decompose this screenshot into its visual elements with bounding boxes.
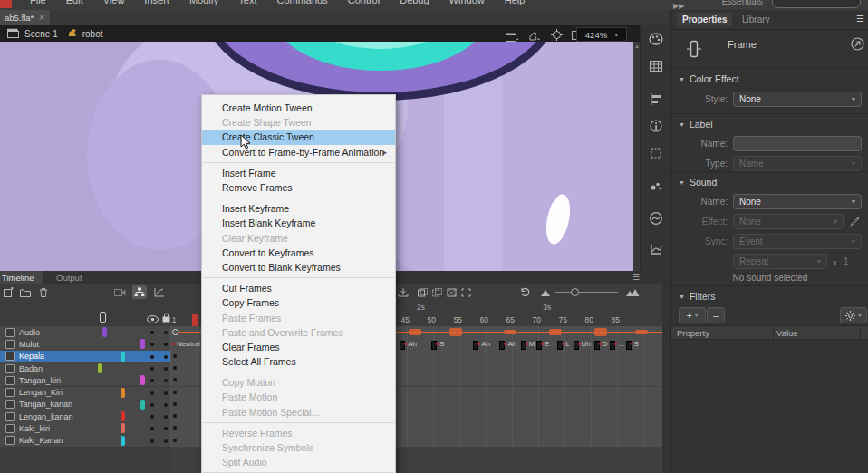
menu-item[interactable]: Insert Blank Keyframe bbox=[202, 216, 395, 230]
lock-column-icon[interactable] bbox=[162, 310, 170, 326]
menu-item[interactable]: Paste Motion bbox=[202, 390, 395, 404]
playhead[interactable] bbox=[192, 314, 198, 326]
lock-dot[interactable] bbox=[164, 331, 168, 334]
timeline-zoom-slider-track[interactable] bbox=[555, 292, 618, 293]
visibility-dot[interactable] bbox=[150, 331, 154, 334]
menubar-item-text[interactable]: Text bbox=[228, 0, 266, 5]
creative-cloud-panel-icon[interactable] bbox=[641, 205, 671, 232]
delete-layer-icon[interactable] bbox=[36, 285, 51, 299]
section-sound[interactable]: ▼Sound bbox=[679, 177, 717, 188]
document-tab[interactable]: ab5.fla* × bbox=[0, 10, 50, 25]
menubar-item-file[interactable]: File bbox=[20, 0, 56, 5]
stage-zoom-select[interactable]: 424% ▾ bbox=[576, 27, 627, 42]
new-folder-icon[interactable] bbox=[18, 285, 33, 299]
menu-item[interactable]: Convert to Blank Keyframes bbox=[202, 260, 395, 275]
onion-skin-outline-icon[interactable] bbox=[429, 285, 444, 299]
lock-dot[interactable] bbox=[164, 343, 168, 346]
menu-item[interactable]: Clear Frames bbox=[202, 340, 395, 354]
layer-row-mulut[interactable]: Mulut bbox=[0, 338, 170, 351]
visibility-column-eye-icon[interactable] bbox=[147, 311, 159, 327]
tab-timeline[interactable]: Timeline bbox=[0, 271, 43, 284]
menu-item[interactable]: Convert to Keyframes bbox=[202, 246, 395, 260]
transform-panel-icon[interactable] bbox=[641, 140, 671, 167]
layer-row-audio[interactable]: Audio bbox=[0, 326, 170, 339]
properties-panel-menu-icon[interactable]: ☰ bbox=[856, 14, 864, 24]
parent-mark[interactable] bbox=[140, 339, 145, 349]
menu-item[interactable]: Remove Frames bbox=[202, 180, 395, 195]
zoom-in-frames-icon[interactable] bbox=[625, 285, 640, 299]
collapse-panels-icon[interactable]: ▶▶ bbox=[673, 2, 684, 10]
menubar-item-commands[interactable]: Commands bbox=[266, 0, 337, 5]
menu-item[interactable]: Select All Frames bbox=[202, 354, 395, 369]
search-input[interactable] bbox=[772, 0, 861, 8]
help-link-icon[interactable] bbox=[851, 37, 864, 54]
remove-filter-button[interactable]: – bbox=[707, 307, 725, 323]
camera-icon[interactable] bbox=[112, 285, 127, 299]
menu-item[interactable]: Insert Frame bbox=[202, 166, 395, 180]
close-icon[interactable]: × bbox=[39, 14, 44, 23]
label-name-input[interactable] bbox=[733, 136, 862, 151]
visibility-dot[interactable] bbox=[150, 427, 154, 430]
menu-item[interactable]: Split Audio bbox=[202, 455, 395, 469]
menu-item[interactable]: Convert to Frame-by-Frame Animation▸ bbox=[202, 145, 395, 159]
section-filters[interactable]: ▼Filters bbox=[679, 291, 716, 302]
menu-item[interactable]: Clear Keyframe bbox=[202, 231, 395, 246]
tab-output[interactable]: Output bbox=[47, 271, 92, 284]
visibility-dot[interactable] bbox=[150, 379, 154, 382]
publish-frames-icon[interactable] bbox=[396, 285, 410, 299]
brush-library-panel-icon[interactable] bbox=[641, 172, 671, 199]
parenting-view-icon[interactable] bbox=[132, 285, 147, 299]
menubar-item-window[interactable]: Window bbox=[439, 0, 495, 5]
layer-row-tangan_kiri[interactable]: Tangan_kiri bbox=[0, 374, 170, 387]
parent-mark[interactable] bbox=[121, 388, 125, 398]
repeat-count-stepper[interactable]: 1 bbox=[844, 256, 849, 266]
parent-mark[interactable] bbox=[121, 411, 125, 421]
menu-item[interactable]: Reverse Frames bbox=[202, 426, 395, 440]
add-filter-button[interactable]: + ▾ bbox=[679, 307, 706, 323]
menu-item[interactable]: Cut Frames bbox=[202, 281, 395, 295]
layer-row-kaki_kanan[interactable]: Kaki_Kanan bbox=[0, 435, 170, 448]
lock-dot[interactable] bbox=[164, 427, 168, 430]
lock-dot[interactable] bbox=[164, 391, 168, 395]
menubar-item-control[interactable]: Control bbox=[338, 0, 390, 5]
menu-item[interactable]: Create Motion Tween bbox=[202, 101, 395, 115]
layer-row-lengan_kanan[interactable]: Lengan_kanan bbox=[0, 410, 170, 423]
swatches-panel-icon[interactable] bbox=[641, 53, 671, 80]
visibility-dot[interactable] bbox=[150, 355, 154, 359]
menubar-item-debug[interactable]: Debug bbox=[390, 0, 439, 5]
menubar-item-view[interactable]: View bbox=[93, 0, 135, 5]
menubar-item-insert[interactable]: Insert bbox=[134, 0, 179, 5]
motion-editor-panel-icon[interactable] bbox=[641, 236, 671, 263]
visibility-dot[interactable] bbox=[150, 439, 154, 443]
menu-item[interactable]: Insert Keyframe bbox=[202, 201, 395, 216]
visibility-dot[interactable] bbox=[150, 403, 154, 407]
zoom-out-frames-icon[interactable] bbox=[538, 285, 553, 299]
layer-row-lengan_kiri[interactable]: Lengan_Kiri bbox=[0, 387, 170, 400]
onion-skin-icon[interactable] bbox=[415, 285, 429, 299]
edit-sound-envelope-icon[interactable] bbox=[849, 215, 861, 231]
menubar-item-edit[interactable]: Edit bbox=[56, 0, 93, 5]
layer-row-kaki_kiri[interactable]: Kaki_kiri bbox=[0, 422, 170, 435]
lock-dot[interactable] bbox=[164, 439, 168, 443]
menu-item[interactable]: Copy Motion bbox=[202, 375, 395, 390]
info-panel-icon[interactable] bbox=[641, 112, 671, 140]
section-color-effect[interactable]: ▼Color Effect bbox=[679, 73, 739, 84]
lock-dot[interactable] bbox=[164, 415, 168, 419]
menu-item[interactable]: Paste and Overwrite Frames bbox=[202, 325, 395, 340]
layer-row-badan[interactable]: Badan bbox=[0, 362, 170, 375]
workspace-switcher[interactable]: Essentials bbox=[721, 0, 763, 6]
breadcrumb-scene[interactable]: Scene 1 bbox=[24, 29, 58, 39]
visibility-dot[interactable] bbox=[150, 415, 154, 419]
parent-mark[interactable] bbox=[102, 327, 107, 337]
visibility-dot[interactable] bbox=[150, 343, 154, 346]
lock-dot[interactable] bbox=[164, 379, 168, 382]
layer-row-tangan_kanan[interactable]: Tangan_kanan bbox=[0, 399, 170, 411]
menu-item[interactable]: Copy Frames bbox=[202, 295, 395, 310]
parent-mark[interactable] bbox=[140, 400, 145, 410]
menu-item[interactable]: Synchronize Symbols bbox=[202, 440, 395, 455]
parent-mark[interactable] bbox=[140, 375, 145, 385]
section-label[interactable]: ▼Label bbox=[679, 119, 713, 130]
frame-range-icon[interactable] bbox=[458, 285, 473, 299]
edit-multiple-frames-icon[interactable] bbox=[444, 285, 458, 299]
new-layer-icon[interactable] bbox=[1, 285, 15, 299]
